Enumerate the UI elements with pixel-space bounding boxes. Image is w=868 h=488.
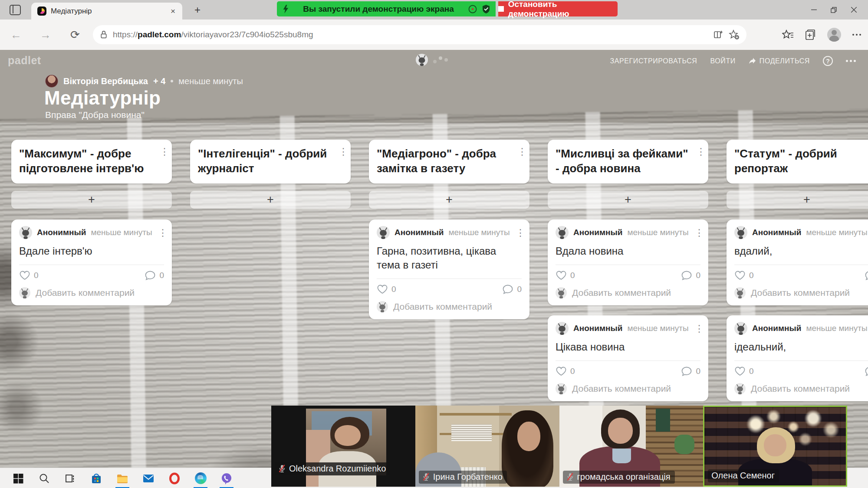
stop-share-button[interactable]: Остановить демонстрацию <box>498 1 618 16</box>
comment-icon[interactable] <box>145 270 156 281</box>
add-favorite-icon[interactable] <box>729 29 740 40</box>
scene-shape <box>656 409 670 431</box>
post-text: Цікава новина <box>556 340 700 354</box>
address-bar[interactable]: https://padlet.com/viktoriayavor23/7c904… <box>93 25 746 44</box>
post-time: меньше минуты <box>627 324 690 333</box>
collections-icon[interactable] <box>805 29 816 40</box>
search-button[interactable] <box>31 468 57 488</box>
tab-search-icon[interactable] <box>10 5 21 15</box>
post-text: Вдале інтерв'ю <box>19 244 164 258</box>
add-post-button[interactable]: + <box>190 191 351 209</box>
column-menu-icon[interactable]: ⋮ <box>160 146 166 176</box>
comment-icon[interactable] <box>681 366 692 377</box>
column-menu-icon[interactable]: ⋮ <box>339 146 345 176</box>
video-tile-oleksandra[interactable]: Oleksandra Rozumiienko <box>271 406 415 487</box>
comment-icon[interactable] <box>681 270 692 281</box>
add-comment-field[interactable]: Добавить комментарий <box>556 287 700 298</box>
add-comment-field[interactable]: Добавить комментарий <box>19 287 164 298</box>
share-link[interactable]: ПОДЕЛИТЬСЯ <box>749 57 810 65</box>
browser-tab[interactable]: Медіатурнір × <box>31 3 182 20</box>
back-button[interactable]: ← <box>6 28 26 42</box>
store-button[interactable] <box>83 468 109 488</box>
forward-button[interactable]: → <box>36 28 56 42</box>
like-icon[interactable] <box>734 270 746 281</box>
participant-name-label: Oleksandra Rozumiienko <box>275 462 390 475</box>
post-card: Анонимный меньше минуты ⋮ вдалий, 0 Доба… <box>727 219 868 305</box>
participant-name-label: Олена Семеног <box>708 469 779 482</box>
video-tile-olena-active-speaker[interactable]: Олена Семеног <box>703 406 847 487</box>
post-add-comment: Добавить комментарий <box>572 288 671 298</box>
like-icon[interactable] <box>734 366 746 377</box>
help-icon[interactable]: ? <box>823 56 833 66</box>
add-post-button[interactable]: + <box>369 191 529 209</box>
anonymous-avatar-icon <box>556 383 567 394</box>
post-menu-icon[interactable]: ⋮ <box>516 227 522 238</box>
comment-icon[interactable] <box>865 366 868 377</box>
profile-avatar[interactable] <box>827 28 841 42</box>
video-tile-iryna[interactable]: Ірина Горбатенко <box>415 406 559 487</box>
post-divider <box>19 265 164 265</box>
split-screen-icon[interactable] <box>713 29 723 40</box>
file-explorer-button[interactable] <box>109 468 135 488</box>
post-text: Вдала новина <box>556 244 700 258</box>
add-comment-field[interactable]: Добавить комментарий <box>556 383 700 394</box>
post-comment-count: 0 <box>696 367 700 376</box>
close-button[interactable] <box>844 0 864 20</box>
opera-button[interactable] <box>161 468 187 488</box>
column-menu-icon[interactable]: ⋮ <box>696 146 702 176</box>
post-menu-icon[interactable]: ⋮ <box>694 227 700 238</box>
padlet-menu-icon[interactable] <box>846 60 856 62</box>
video-tile-hromadska[interactable]: громадська організація <box>559 406 704 487</box>
post-time: меньше минуты <box>627 228 690 237</box>
favorites-icon[interactable] <box>782 29 793 40</box>
like-icon[interactable] <box>19 270 30 281</box>
post-time: меньше минуты <box>448 228 511 237</box>
scene-shape <box>517 422 540 451</box>
lock-icon[interactable] <box>100 30 108 39</box>
plus-icon: + <box>625 193 631 206</box>
refresh-button[interactable]: ⟳ <box>65 28 85 42</box>
column-menu-icon[interactable]: ⋮ <box>517 146 523 176</box>
column-header-card: "Мисливці за фейками" - добра новина ⋮ <box>548 140 708 183</box>
toolbar-right <box>782 25 861 44</box>
login-link[interactable]: ВОЙТИ <box>710 57 736 65</box>
add-comment-field[interactable]: Добавить комментарий <box>734 287 868 298</box>
post-author-name: Анонимный <box>752 228 801 237</box>
plus-icon: + <box>267 193 274 206</box>
comment-icon[interactable] <box>865 270 868 281</box>
restore-button[interactable] <box>824 0 844 20</box>
tab-close-icon[interactable]: × <box>170 7 176 16</box>
post-menu-icon[interactable]: ⋮ <box>158 227 164 238</box>
signup-link[interactable]: ЗАРЕГИСТРИРОВАТЬСЯ <box>610 57 697 65</box>
post-header: Анонимный меньше минуты ⋮ <box>556 226 700 239</box>
post-menu-icon[interactable]: ⋮ <box>694 323 700 334</box>
column-cards: Анонимный меньше минуты ⋮ Вдале інтерв'ю… <box>11 219 172 305</box>
post-author-name: Анонимный <box>395 228 444 237</box>
post-card: Анонимный меньше минуты ⋮ Гарна, позитив… <box>369 219 529 320</box>
add-comment-field[interactable]: Добавить комментарий <box>377 301 522 312</box>
board-updated-time: меньше минуты <box>178 76 243 86</box>
like-icon[interactable] <box>377 284 388 295</box>
add-post-button[interactable]: + <box>548 191 708 209</box>
author-extra-count[interactable]: + 4 <box>153 76 165 86</box>
edge-button[interactable] <box>187 468 214 488</box>
padlet-logo[interactable]: padlet <box>8 54 41 67</box>
start-button[interactable] <box>5 468 31 488</box>
mail-button[interactable] <box>135 468 161 488</box>
presence-avatar-icon <box>416 54 428 66</box>
task-view-button[interactable] <box>57 468 83 488</box>
add-comment-field[interactable]: Добавить комментарий <box>734 383 868 394</box>
like-icon[interactable] <box>556 366 567 377</box>
like-icon[interactable] <box>556 270 567 281</box>
add-post-button[interactable]: + <box>727 191 868 209</box>
record-indicator-icon[interactable] <box>468 4 477 14</box>
post-header: Анонимный меньше минуты ⋮ <box>556 322 700 335</box>
minimize-button[interactable] <box>804 0 824 20</box>
post-meta: 0 0 <box>556 366 700 377</box>
comment-icon[interactable] <box>502 284 513 295</box>
add-post-button[interactable]: + <box>11 191 172 209</box>
browser-menu-icon[interactable] <box>852 34 861 36</box>
new-tab-button[interactable]: + <box>190 3 205 17</box>
viber-button[interactable] <box>214 468 240 488</box>
shield-icon[interactable] <box>482 4 490 14</box>
